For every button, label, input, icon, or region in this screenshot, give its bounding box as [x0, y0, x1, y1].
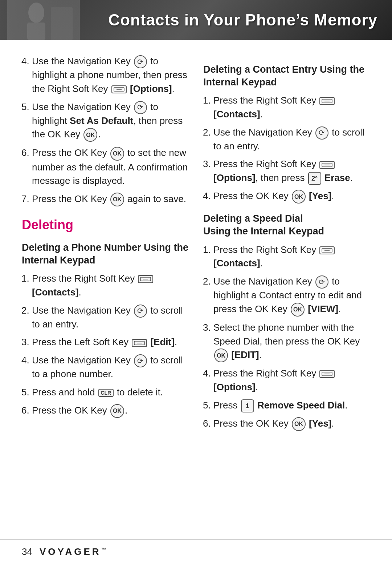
list-item: Press the OK Key OK [Yes].	[213, 417, 370, 431]
options-label: [Options]	[213, 382, 256, 392]
list-item: Press the Left Soft Key [Edit].	[32, 335, 189, 349]
view-label: [VIEW]	[308, 303, 338, 314]
yes-label: [Yes]	[309, 190, 331, 201]
delete-contact-steps-list: Press the Right Soft Key [Contacts]. Use…	[203, 94, 370, 204]
list-item: Press the Right Soft Key [Options], then…	[213, 157, 370, 185]
nav-key-icon	[315, 275, 328, 289]
soft-key-icon	[138, 275, 153, 283]
num2-key-icon: 2°	[308, 172, 321, 185]
nav-key-icon	[134, 305, 147, 318]
yes-label: [Yes]	[309, 418, 331, 429]
list-item: Use the Navigation Key to scroll to a ph…	[32, 354, 189, 381]
svg-point-1	[28, 3, 44, 23]
list-item: Press the Right Soft Key [Contacts].	[213, 243, 370, 270]
nav-key-icon	[315, 126, 328, 140]
nav-key-icon	[134, 55, 147, 68]
soft-key-icon	[319, 161, 335, 169]
options-label: [Options]	[213, 172, 256, 183]
soft-key-icon	[132, 339, 147, 347]
list-item: Use the Navigation Key to scroll to an e…	[32, 304, 189, 331]
list-item: Press and hold CLR to delete it.	[32, 386, 189, 399]
ok-key-icon: OK	[110, 193, 124, 206]
list-item: Press the OK Key OK.	[32, 404, 189, 418]
soft-key-icon	[111, 85, 127, 93]
page-footer: 34 VOYAGER™	[0, 539, 392, 564]
speed-dial-subsection-title: Deleting a Speed DialUsing the Internal …	[203, 212, 370, 238]
list-item: Use the Navigation Key to highlight Set …	[32, 100, 189, 142]
remove-speed-dial-label: Remove Speed Dial	[257, 400, 345, 411]
ok-key-icon: OK	[110, 404, 124, 418]
edit-label: [EDIT]	[231, 349, 259, 360]
erase-label: Erase	[324, 172, 350, 183]
list-item: Use the Navigation Key to highlight a ph…	[32, 55, 189, 96]
delete-speeddial-steps-list: Press the Right Soft Key [Contacts]. Use…	[203, 243, 370, 431]
soft-key-icon	[319, 370, 335, 378]
edit-label: [Edit]	[150, 337, 174, 347]
nav-key-icon	[134, 354, 147, 367]
ok-key-icon: OK	[214, 349, 228, 362]
ok-key-icon: OK	[292, 417, 306, 431]
set-default-label: Set As Default	[70, 115, 133, 126]
brand-name: VOYAGER™	[40, 546, 109, 557]
header-decoration	[7, 0, 80, 40]
phone-number-subsection-title: Deleting a Phone Number Using theInterna…	[22, 241, 189, 267]
nav-key-icon	[134, 101, 147, 114]
contacts-label: [Contacts]	[213, 258, 260, 269]
ok-key-icon: OK	[110, 147, 124, 161]
soft-key-icon	[319, 246, 335, 254]
ok-key-icon: OK	[83, 128, 97, 142]
options-label: [Options]	[130, 83, 172, 94]
list-item: Select the phone number with the Speed D…	[213, 321, 370, 363]
ok-key-icon: OK	[292, 190, 306, 204]
svg-rect-3	[51, 7, 73, 40]
deleting-section-title: Deleting	[22, 217, 189, 233]
right-column: Deleting a Contact Entry Using theIntern…	[203, 55, 370, 435]
list-item: Use the Navigation Key to highlight a Co…	[213, 275, 370, 317]
page-header: Contacts in Your Phone’s Memory	[0, 0, 392, 40]
contacts-label: [Contacts]	[213, 109, 260, 120]
svg-rect-2	[27, 23, 45, 40]
list-item: Press the OK Key OK again to save.	[32, 192, 189, 206]
list-item: Press the Right Soft Key [Options].	[213, 367, 370, 394]
contacts-label: [Contacts]	[32, 287, 79, 298]
list-item: Press the Right Soft Key [Contacts].	[32, 272, 189, 299]
list-item: Use the Navigation Key to scroll to an e…	[213, 126, 370, 153]
page-number: 34	[22, 546, 32, 557]
left-column: Use the Navigation Key to highlight a ph…	[22, 55, 189, 435]
main-content: Use the Navigation Key to highlight a ph…	[0, 40, 392, 464]
contact-entry-subsection-title: Deleting a Contact Entry Using theIntern…	[203, 63, 370, 89]
list-item: Press the OK Key OK to set the new numbe…	[32, 146, 189, 188]
intro-steps-list: Use the Navigation Key to highlight a ph…	[22, 55, 189, 206]
list-item: Press 1 Remove Speed Dial.	[213, 399, 370, 412]
list-item: Press the Right Soft Key [Contacts].	[213, 94, 370, 121]
num1-key-icon: 1	[241, 399, 254, 412]
list-item: Press the OK Key OK [Yes].	[213, 189, 370, 204]
page-title: Contacts in Your Phone’s Memory	[108, 11, 377, 29]
ok-key-icon: OK	[291, 303, 305, 317]
clr-key-icon: CLR	[98, 389, 114, 397]
soft-key-icon	[319, 97, 335, 105]
delete-phone-steps-list: Press the Right Soft Key [Contacts]. Use…	[22, 272, 189, 418]
